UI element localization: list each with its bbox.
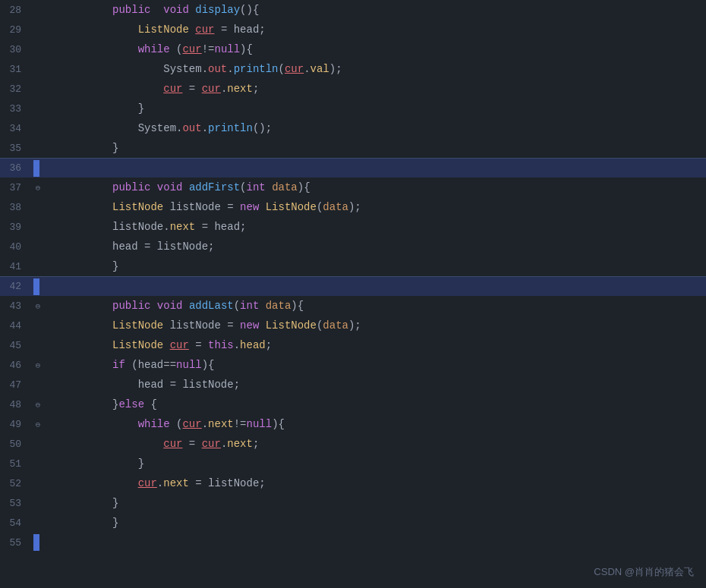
line-num-47: 47 bbox=[0, 379, 30, 391]
line-num-51: 51 bbox=[0, 458, 30, 470]
line-num-34: 34 bbox=[0, 123, 30, 134]
line-num-35: 35 bbox=[0, 143, 30, 154]
code-editor: 28 public void display(){ 29 ListNode cu… bbox=[0, 0, 706, 588]
line-num-41: 41 bbox=[0, 261, 30, 272]
line-num-46: 46 bbox=[0, 360, 30, 371]
line-num-54: 54 bbox=[0, 517, 30, 529]
line-num-45: 45 bbox=[0, 340, 30, 351]
line-num-43: 43 bbox=[0, 300, 30, 312]
line-num-28: 28 bbox=[0, 5, 30, 16]
line-num-49: 49 bbox=[0, 419, 30, 430]
line-num-36: 36 bbox=[0, 162, 30, 174]
line-num-33: 33 bbox=[0, 103, 30, 115]
line-num-38: 38 bbox=[0, 202, 30, 213]
line-num-44: 44 bbox=[0, 320, 30, 332]
line-num-39: 39 bbox=[0, 222, 30, 233]
line-num-29: 29 bbox=[0, 24, 30, 36]
line-num-50: 50 bbox=[0, 439, 30, 450]
line-num-48: 48 bbox=[0, 399, 30, 410]
line-num-42: 42 bbox=[0, 281, 30, 292]
line-55 bbox=[46, 513, 706, 572]
line-num-30: 30 bbox=[0, 44, 30, 55]
line-num-55: 55 bbox=[0, 537, 30, 549]
line-num-53: 53 bbox=[0, 498, 30, 509]
watermark: CSDN @肖肖的猪会飞 bbox=[594, 565, 694, 579]
line-num-32: 32 bbox=[0, 83, 30, 95]
line-num-52: 52 bbox=[0, 478, 30, 489]
line-num-40: 40 bbox=[0, 241, 30, 253]
line-num-31: 31 bbox=[0, 64, 30, 75]
line-num-37: 37 bbox=[0, 182, 30, 193]
